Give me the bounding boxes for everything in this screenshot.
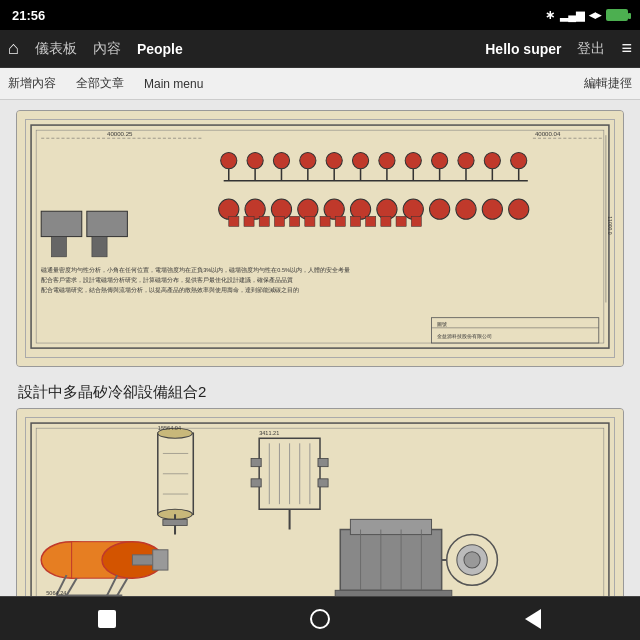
bluetooth-icon: ∗ [545,8,555,22]
signal-icon: ▂▄▆ [560,9,584,22]
svg-point-108 [464,552,480,568]
svg-text:圖號: 圖號 [437,321,447,327]
svg-text:40000.25: 40000.25 [107,130,133,137]
logout-link[interactable]: 登出 [577,40,605,58]
svg-text:磁通量密度均勻性分析，小角在任何位置，電場強度均在正負3%以: 磁通量密度均勻性分析，小角在任何位置，電場強度均在正負3%以内，磁場強度均勻性在… [40,266,350,273]
wifi-icon: ◂▸ [589,8,601,22]
svg-line-96 [117,578,127,595]
svg-point-4 [273,152,289,168]
svg-rect-39 [41,211,82,236]
svg-rect-101 [350,520,431,535]
svg-rect-40 [87,211,128,236]
username: super [523,41,561,57]
svg-text:金益源科技股份有限公司: 金益源科技股份有限公司 [437,333,492,339]
drawing-title-2: 設計中多晶矽冷卻設備組合2 [16,377,624,408]
svg-text:15564.04: 15564.04 [158,425,181,431]
bottom-nav [0,596,640,640]
greeting-text: Hello super [485,41,561,57]
svg-rect-86 [251,459,261,467]
svg-point-5 [300,152,316,168]
svg-rect-55 [411,216,421,226]
svg-point-38 [509,199,529,219]
svg-rect-43 [229,216,239,226]
svg-rect-42 [92,237,107,257]
svg-rect-44 [244,216,254,226]
svg-point-2 [221,152,237,168]
svg-point-3 [247,152,263,168]
back-button[interactable] [92,604,122,634]
sub-link-all[interactable]: 全部文章 [76,75,124,92]
svg-rect-100 [340,530,441,591]
svg-rect-50 [335,216,345,226]
svg-rect-89 [318,479,328,487]
time: 21:56 [12,8,45,23]
svg-text:11000.0: 11000.0 [607,216,613,234]
svg-text:3411.21: 3411.21 [259,430,279,436]
svg-rect-48 [305,216,315,226]
drawing-svg-1: 40000.25 40000.04 磁通量密度均勻性分析，小角在任何位置，電場強… [25,119,615,358]
svg-point-11 [458,152,474,168]
drawing-svg-2: 15564.04 3411.21 5064.24 圖號 金益源科技股份有限公司 [25,417,615,596]
svg-rect-47 [290,216,300,226]
svg-rect-51 [350,216,360,226]
svg-rect-45 [259,216,269,226]
svg-point-35 [429,199,449,219]
svg-point-37 [482,199,502,219]
drawing-inner-1: 40000.25 40000.04 磁通量密度均勻性分析，小角在任何位置，電場強… [17,111,623,366]
nav-link-dashboard[interactable]: 儀表板 [35,40,77,58]
drawing-card-2: 15564.04 3411.21 5064.24 圖號 金益源科技股份有限公司 [16,408,624,596]
home-icon [310,609,330,629]
status-icons: ∗ ▂▄▆ ◂▸ [545,8,628,22]
svg-point-10 [432,152,448,168]
edit-shortcuts-link[interactable]: 編輯捷徑 [584,75,632,92]
svg-point-8 [379,152,395,168]
svg-text:40000.04: 40000.04 [535,130,561,137]
svg-rect-87 [318,459,328,467]
svg-text:配合客戶需求，設計電磁場分析研究，計算磁場分布，提供客戶最佳: 配合客戶需求，設計電磁場分析研究，計算磁場分布，提供客戶最佳化設計建議，確保產品… [41,276,293,284]
svg-point-7 [352,152,368,168]
drawing-inner-2: 15564.04 3411.21 5064.24 圖號 金益源科技股份有限公司 [17,409,623,596]
battery-icon [606,9,628,21]
svg-rect-53 [381,216,391,226]
top-nav: ⌂ 儀表板 內容 People Hello super 登出 ≡ [0,30,640,68]
main-content: 40000.25 40000.04 磁通量密度均勻性分析，小角在任何位置，電場強… [0,100,640,596]
svg-rect-99 [153,550,168,570]
svg-rect-46 [274,216,284,226]
back-icon [98,610,116,628]
svg-point-36 [456,199,476,219]
svg-point-12 [484,152,500,168]
home-icon[interactable]: ⌂ [8,38,19,59]
sub-link-menu[interactable]: Main menu [144,77,203,91]
svg-rect-88 [251,479,261,487]
svg-rect-41 [51,237,66,257]
menu-button[interactable]: ≡ [621,38,632,59]
status-bar: 21:56 ∗ ▂▄▆ ◂▸ [0,0,640,30]
svg-point-6 [326,152,342,168]
svg-rect-63 [432,318,599,343]
nav-link-people[interactable]: People [137,41,183,57]
svg-point-13 [511,152,527,168]
svg-rect-54 [396,216,406,226]
svg-rect-52 [366,216,376,226]
svg-point-9 [405,152,421,168]
svg-line-94 [67,578,77,595]
home-button[interactable] [305,604,335,634]
sub-link-add[interactable]: 新增內容 [8,75,56,92]
svg-text:配合電磁場研究，結合熱傳與流場分析，以提高產品的散熱效率與使: 配合電磁場研究，結合熱傳與流場分析，以提高產品的散熱效率與使用壽命，達到節能減碳… [41,286,299,293]
svg-rect-49 [320,216,330,226]
forward-icon [525,609,541,629]
sub-nav: 新增內容 全部文章 Main menu 編輯捷徑 [0,68,640,100]
nav-link-content[interactable]: 內容 [93,40,121,58]
svg-rect-78 [163,520,187,526]
drawing-card-1: 40000.25 40000.04 磁通量密度均勻性分析，小角在任何位置，電場強… [16,110,624,367]
forward-button[interactable] [518,604,548,634]
